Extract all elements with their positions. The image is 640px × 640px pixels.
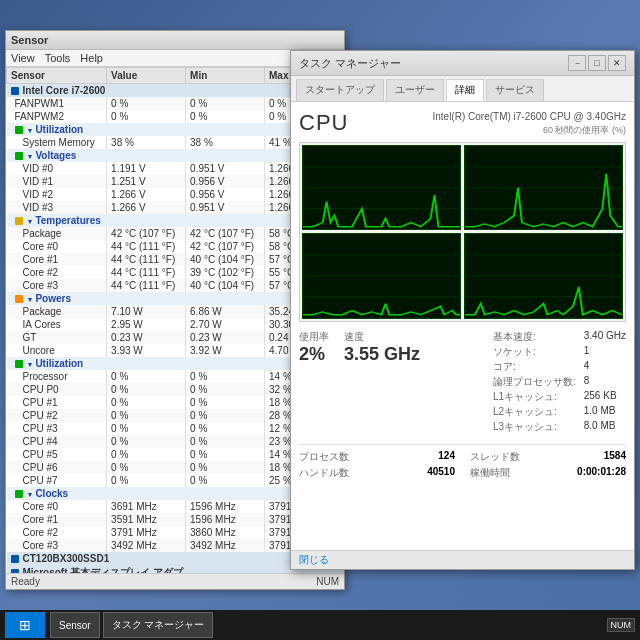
col-value: Value (107, 68, 186, 84)
taskmgr-statusbar: 閉じる (291, 550, 634, 569)
cpu-graph-0 (302, 145, 461, 231)
cpu-header-row: CPU Intel(R) Core(TM) i7-2600 CPU @ 3.40… (299, 110, 626, 137)
cpu-label: CPU (299, 110, 348, 136)
start-button[interactable]: ⊞ (5, 612, 45, 638)
sockets-value: 1 (584, 345, 626, 359)
speed-value: 3.55 GHz (344, 344, 420, 365)
processes-stat: プロセス数 124 (299, 450, 455, 464)
cpu-graph-subtext: 60 秒間の使用率 (%) (432, 124, 626, 137)
l3cache-label: L3キャッシュ: (493, 420, 576, 434)
sensor-statusbar: Ready NUM (6, 573, 344, 589)
speed-label: 速度 (344, 330, 420, 344)
handles-value: 40510 (427, 466, 455, 480)
cpu-graph-3 (464, 233, 623, 319)
menu-help[interactable]: Help (80, 52, 103, 64)
util-label: 使用率 (299, 330, 329, 344)
logical-label: 論理プロセッサ数: (493, 375, 576, 389)
taskbar-tray: NUM (607, 618, 636, 632)
uptime-value: 0:00:01:28 (577, 466, 626, 480)
status-num: NUM (316, 576, 339, 587)
threads-label: スレッド数 (470, 450, 520, 464)
bottom-stats: プロセス数 124 スレッド数 1584 ハンドル数 40510 稼働時間 0:… (299, 450, 626, 480)
taskmgr-titlebar: タスク マネージャー － □ ✕ (291, 51, 634, 76)
uptime-label: 稼働時間 (470, 466, 510, 480)
l1cache-label: L1キャッシュ: (493, 390, 576, 404)
processes-label: プロセス数 (299, 450, 349, 464)
processes-value: 124 (438, 450, 455, 464)
l2cache-label: L2キャッシュ: (493, 405, 576, 419)
taskmgr-window: タスク マネージャー － □ ✕ スタートアップ ユーザー 詳細 サービス CP… (290, 50, 635, 570)
stats-left: 使用率 2% 速度 3.55 GHz (299, 330, 420, 434)
divider (299, 444, 626, 445)
l3cache-value: 8.0 MB (584, 420, 626, 434)
base-speed-label: 基本速度: (493, 330, 576, 344)
taskmgr-tabs: スタートアップ ユーザー 詳細 サービス (291, 76, 634, 102)
tab-detail[interactable]: 詳細 (446, 79, 484, 101)
handles-label: ハンドル数 (299, 466, 349, 480)
stats-section: 使用率 2% 速度 3.55 GHz 基本速度: 3.40 GHz ソケット: (299, 330, 626, 434)
taskbar-sensor-item[interactable]: Sensor (50, 612, 100, 638)
tab-startup[interactable]: スタートアップ (296, 79, 384, 101)
cpu-graphs-container (299, 142, 626, 322)
close-button[interactable]: ✕ (608, 55, 626, 71)
cores-label: コア: (493, 360, 576, 374)
threads-stat: スレッド数 1584 (470, 450, 626, 464)
cores-value: 4 (584, 360, 626, 374)
status-ready: Ready (11, 576, 40, 587)
num-badge: NUM (607, 618, 636, 632)
cpu-model-text: Intel(R) Core(TM) i7-2600 CPU @ 3.40GHz (432, 110, 626, 124)
menu-tools[interactable]: Tools (45, 52, 71, 64)
col-sensor: Sensor (7, 68, 107, 84)
sensor-titlebar: Sensor (6, 31, 344, 50)
taskbar: ⊞ Sensor タスク マネージャー NUM (0, 610, 640, 640)
taskmgr-body: CPU Intel(R) Core(TM) i7-2600 CPU @ 3.40… (291, 102, 634, 550)
util-value: 2% (299, 344, 329, 365)
taskmgr-title: タスク マネージャー (299, 56, 401, 71)
menu-view[interactable]: View (11, 52, 35, 64)
tab-service[interactable]: サービス (486, 79, 544, 101)
minimize-button[interactable]: － (568, 55, 586, 71)
desktop: Sensor View Tools Help Sensor Value Min … (0, 0, 640, 640)
l2cache-value: 1.0 MB (584, 405, 626, 419)
handles-stat: ハンドル数 40510 (299, 466, 455, 480)
cpu-graph-1 (464, 145, 623, 231)
util-section: 使用率 2% (299, 330, 329, 365)
col-min: Min (186, 68, 265, 84)
sockets-label: ソケット: (493, 345, 576, 359)
l1cache-value: 256 KB (584, 390, 626, 404)
taskmgr-close-btn[interactable]: 閉じる (299, 553, 329, 567)
taskmgr-controls: － □ ✕ (568, 55, 626, 71)
speed-section: 速度 3.55 GHz (344, 330, 420, 365)
sensor-title: Sensor (11, 34, 48, 46)
logical-value: 8 (584, 375, 626, 389)
base-speed-value: 3.40 GHz (584, 330, 626, 344)
taskbar-taskmgr-item[interactable]: タスク マネージャー (103, 612, 214, 638)
maximize-button[interactable]: □ (588, 55, 606, 71)
right-stats: 基本速度: 3.40 GHz ソケット: 1 コア: 4 論理プロセッサ数: 8… (493, 330, 626, 434)
cpu-model: Intel(R) Core(TM) i7-2600 CPU @ 3.40GHz … (432, 110, 626, 137)
uptime-stat: 稼働時間 0:00:01:28 (470, 466, 626, 480)
threads-value: 1584 (604, 450, 626, 464)
cpu-graph-2 (302, 233, 461, 319)
tab-user[interactable]: ユーザー (386, 79, 444, 101)
